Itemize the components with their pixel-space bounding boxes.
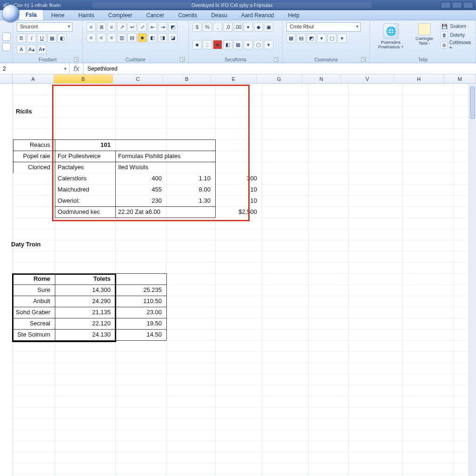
styles-combo[interactable]: Cmte Rbul <box>286 22 361 32</box>
num-misc-7[interactable]: ▦ <box>233 40 243 49</box>
cell[interactable]: 110.50 <box>115 297 165 305</box>
dec-inc-button[interactable]: .0 <box>223 22 232 32</box>
highlight-button[interactable]: ■ <box>138 33 147 42</box>
worksheet-grid[interactable]: RícilsReacus101Popel raieFor Puilestveic… <box>0 84 476 476</box>
fx-button[interactable]: fx <box>70 63 84 74</box>
style-btn-6[interactable]: ▾ <box>337 33 347 43</box>
border-button[interactable]: ▦ <box>47 33 57 43</box>
align-right-button[interactable]: ≡ <box>107 33 116 42</box>
style-btn-2[interactable]: ▤ <box>297 33 306 43</box>
num-misc-2[interactable]: ◆ <box>254 22 263 32</box>
num-misc-9[interactable]: ▢ <box>254 40 263 49</box>
minimize-button[interactable] <box>441 2 451 8</box>
dec-dec-button[interactable]: .00 <box>233 22 243 32</box>
group-launcher-alignment[interactable]: ↘ <box>180 57 185 62</box>
percent-button[interactable]: % <box>203 22 212 32</box>
tab-fsla[interactable]: Fsla <box>19 10 44 20</box>
cell[interactable]: Reacus <box>13 140 53 149</box>
column-header-B[interactable]: B <box>54 74 113 83</box>
misc-align-6[interactable]: ◪ <box>168 33 178 42</box>
italic-button[interactable]: I <box>27 33 36 43</box>
column-header-H[interactable]: H <box>394 74 444 83</box>
name-box[interactable]: 2 <box>0 63 70 74</box>
cell[interactable] <box>13 230 53 231</box>
misc-align-1[interactable]: ◩ <box>168 22 178 32</box>
column-header-G[interactable]: G <box>257 74 302 83</box>
num-misc-8[interactable]: ▾ <box>244 40 253 49</box>
column-header-A[interactable]: A <box>13 74 53 83</box>
shrink-font-button[interactable]: A▾ <box>37 45 46 54</box>
num-misc-6[interactable]: ◧ <box>223 40 232 49</box>
num-red-button[interactable]: ■ <box>213 40 222 49</box>
indent-dec-button[interactable]: ⇤ <box>148 22 157 32</box>
qat-button-1[interactable] <box>2 33 11 41</box>
tab-help[interactable]: Help <box>282 11 306 20</box>
num-misc-1[interactable]: ▾ <box>244 22 253 32</box>
select-all-corner[interactable] <box>0 74 13 83</box>
align-center-button[interactable]: ≡ <box>97 33 106 42</box>
orientation-button[interactable]: ↗ <box>117 22 126 32</box>
column-header-E[interactable]: E <box>211 74 257 83</box>
misc-align-3[interactable]: ▤ <box>127 33 137 42</box>
vertical-scrollbar[interactable] <box>469 84 476 476</box>
scrollbar-thumb[interactable] <box>470 86 475 119</box>
tab-coenits[interactable]: Coenits <box>172 11 204 20</box>
underline-button[interactable]: U <box>37 33 46 43</box>
tab-compleer[interactable]: Compleer <box>102 11 139 20</box>
misc-align-2[interactable]: ▥ <box>117 33 126 42</box>
cell[interactable]: 23.00 <box>115 308 165 317</box>
bold-button[interactable]: B <box>17 33 26 43</box>
column-header-C[interactable]: C <box>113 74 163 83</box>
align-mid-button[interactable]: ≣ <box>97 22 106 32</box>
num-misc-10[interactable]: ▾ <box>264 40 273 49</box>
style-btn-4[interactable]: ▾ <box>317 33 326 43</box>
maximize-button[interactable] <box>452 2 462 8</box>
misc-align-5[interactable]: ◨ <box>158 33 167 42</box>
side-action-3[interactable]: ⚙Cottimows + <box>441 40 472 50</box>
fill-button[interactable]: ◧ <box>58 33 67 43</box>
tab-hamls[interactable]: Hamls <box>72 11 101 20</box>
comma-button[interactable]: , <box>213 22 222 32</box>
tab-hene[interactable]: Hene <box>45 11 71 20</box>
num-misc-5[interactable]: :: <box>203 40 212 49</box>
column-header-B[interactable]: B <box>163 74 211 83</box>
misc-align-4[interactable]: ◧ <box>148 33 157 42</box>
cell[interactable]: 25.235 <box>115 285 165 294</box>
qat-button-2[interactable] <box>2 43 11 51</box>
indent-inc-button[interactable]: ⇥ <box>158 22 167 32</box>
tab-cancer[interactable]: Cancer <box>140 11 171 20</box>
align-bot-button[interactable]: ≡ <box>107 22 116 32</box>
column-header-V[interactable]: V <box>341 74 394 83</box>
cell[interactable]: Cloriced <box>13 163 53 172</box>
style-btn-3[interactable]: ◩ <box>307 33 316 43</box>
big-button-2[interactable]: Cwringte Taist - <box>412 22 436 46</box>
group-launcher-font[interactable]: ↘ <box>74 57 79 62</box>
align-top-button[interactable]: ≡ <box>86 22 96 32</box>
cell[interactable]: Popel raie <box>13 152 53 160</box>
close-button[interactable] <box>463 2 473 8</box>
column-header-M[interactable]: M <box>444 74 476 83</box>
merge-button[interactable]: ⤢ <box>138 22 147 32</box>
style-btn-1[interactable]: ▦ <box>286 33 296 43</box>
style-btn-5[interactable]: ▢ <box>327 33 337 43</box>
group-launcher-styles[interactable]: ↘ <box>361 57 366 62</box>
font-color-button[interactable]: A <box>17 45 26 54</box>
num-misc-3[interactable]: ▣ <box>264 22 273 32</box>
grow-font-button[interactable]: A▴ <box>27 45 36 54</box>
side-action-2[interactable]: 🗑Dsterty <box>441 31 472 39</box>
big-button-1[interactable]: 🌐 Puensáns Powtrasios + <box>374 22 408 50</box>
side-action-1[interactable]: 💾Sxatorn <box>441 22 472 30</box>
wrap-button[interactable]: ↩ <box>127 22 137 32</box>
currency-button[interactable]: $ <box>192 22 202 32</box>
tab-aard reanod[interactable]: Aard Reanod <box>235 11 281 20</box>
tab-deasu[interactable]: Deasu <box>205 11 234 20</box>
cell[interactable]: 14.50 <box>115 330 165 339</box>
font-combo[interactable]: Snuront <box>17 22 73 32</box>
group-launcher-number[interactable]: ↘ <box>274 57 278 62</box>
align-left-button[interactable]: ≡ <box>86 33 96 42</box>
num-misc-4[interactable]: ■ <box>192 40 202 49</box>
office-button[interactable] <box>2 5 20 22</box>
formula-input[interactable]: Sepethlored <box>84 63 476 74</box>
cell[interactable]: 19.50 <box>115 319 165 328</box>
column-header-N[interactable]: N <box>302 74 341 83</box>
